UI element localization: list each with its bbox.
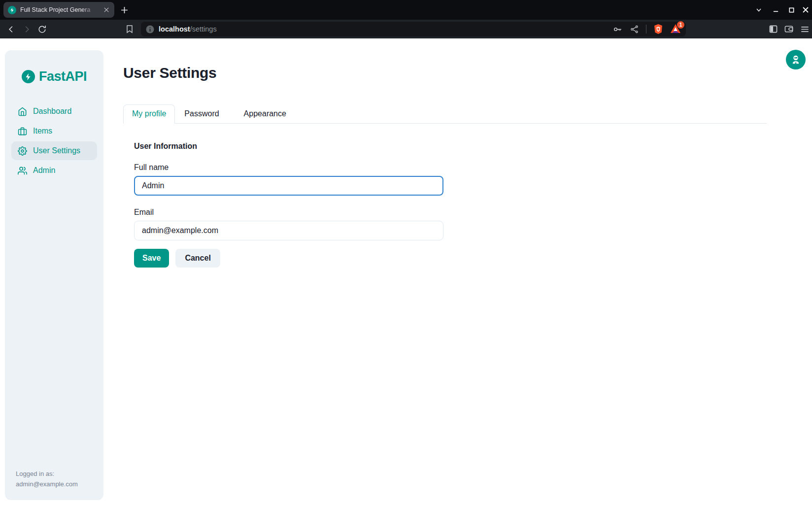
back-button[interactable] [4,20,17,38]
site-info-icon[interactable] [146,25,154,34]
save-button[interactable]: Save [134,249,169,268]
settings-tabs: My profile Password Appearance [123,104,767,124]
gear-icon [18,146,27,156]
sidebar-item-label: Items [33,127,52,135]
sidebar-item-label: Dashboard [33,107,71,116]
address-bar[interactable]: localhost/settings 1 [141,22,686,36]
users-icon [18,166,27,175]
browser-tab[interactable]: Full Stack Project Genera [3,2,114,18]
saved-password-key-icon[interactable] [612,24,623,34]
menu-hamburger-icon[interactable] [798,20,811,38]
app-page: FastAPI Dashboard Items User Settings Ad… [0,38,812,505]
email-label: Email [134,208,812,217]
sidebar-nav: Dashboard Items User Settings Admin [11,102,97,180]
share-icon[interactable] [630,25,639,34]
tab-my-profile[interactable]: My profile [123,104,175,124]
fastapi-bolt-icon [22,70,35,83]
rewards-count-badge: 1 [677,21,684,29]
fastapi-favicon-icon [8,6,16,14]
main-content: User Settings My profile Password Appear… [123,38,812,505]
side-panel-toggle-icon[interactable] [767,20,779,38]
fastapi-logo-text: FastAPI [39,69,87,84]
url-path: /settings [190,25,217,33]
sidebar-item-label: User Settings [33,146,80,155]
tab-title: Full Stack Project Genera [20,6,99,13]
sidebar: FastAPI Dashboard Items User Settings Ad… [5,50,103,500]
browser-tab-strip: Full Stack Project Genera [0,0,812,20]
section-heading: User Information [134,142,812,151]
url-host: localhost [159,25,190,33]
briefcase-icon [18,127,27,136]
brave-rewards-icon[interactable]: 1 [670,24,681,34]
sidebar-item-admin[interactable]: Admin [11,161,97,180]
profile-panel: User Information Full name Email Save Ca… [123,124,812,268]
logged-in-label: Logged in as: [16,469,78,479]
tab-search-chevron-icon[interactable] [753,0,765,20]
tab-close-icon[interactable] [102,6,110,14]
cancel-button[interactable]: Cancel [175,249,220,268]
brave-shields-icon[interactable] [653,24,663,34]
wallet-icon[interactable] [782,20,795,38]
sidebar-item-label: Admin [33,166,55,175]
tab-appearance[interactable]: Appearance [236,105,295,123]
logged-in-email: admin@example.com [16,479,78,489]
window-maximize-button[interactable] [785,0,797,20]
window-close-button[interactable] [800,0,812,20]
browser-toolbar: localhost/settings 1 [0,20,812,38]
sidebar-item-user-settings[interactable]: User Settings [11,141,97,160]
fastapi-logo: FastAPI [5,69,103,84]
bookmark-icon[interactable] [123,20,136,38]
reload-button[interactable] [35,20,48,38]
home-icon [18,107,27,116]
url-text: localhost/settings [159,25,217,33]
toolbar-divider [646,25,646,34]
form-buttons: Save Cancel [134,249,812,268]
email-input[interactable] [134,221,443,240]
logged-in-footer: Logged in as: admin@example.com [16,469,78,489]
tab-password[interactable]: Password [176,105,227,123]
sidebar-item-dashboard[interactable]: Dashboard [11,102,97,121]
page-title: User Settings [123,65,812,81]
sidebar-item-items[interactable]: Items [11,122,97,140]
new-tab-button[interactable] [119,5,129,15]
full-name-label: Full name [134,163,812,172]
forward-button[interactable] [20,20,33,38]
window-minimize-button[interactable] [770,0,781,20]
full-name-input[interactable] [134,176,443,196]
